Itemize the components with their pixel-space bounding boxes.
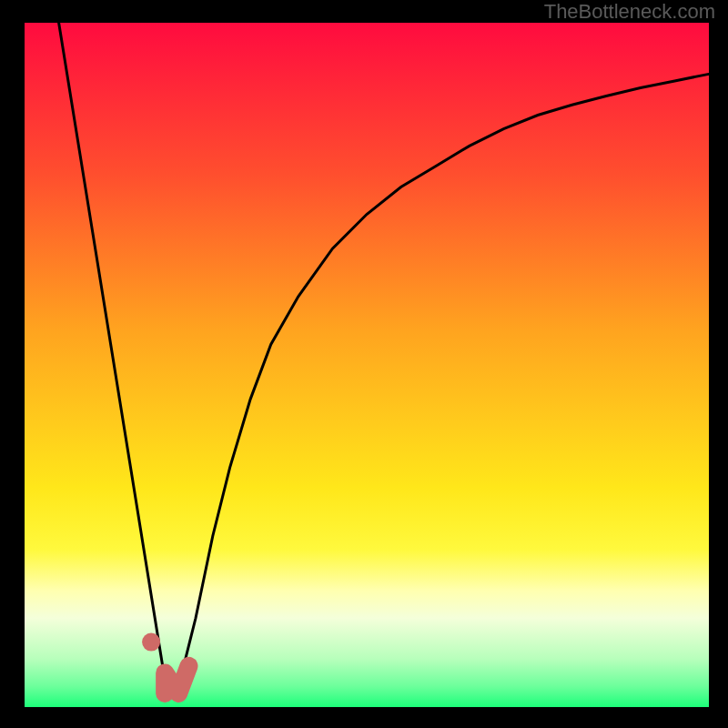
- svg-point-0: [142, 633, 160, 652]
- chart-container: TheBottleneck.com: [0, 0, 728, 728]
- chart-svg: [0, 0, 728, 728]
- plot-gradient-background: [25, 23, 709, 707]
